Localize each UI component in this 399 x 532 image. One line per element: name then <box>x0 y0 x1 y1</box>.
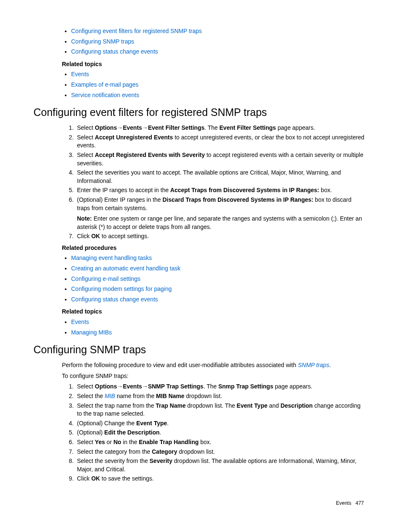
text: . The <box>205 124 220 131</box>
bold: OK <box>91 233 100 239</box>
related-topics-heading: Related topics <box>62 60 366 69</box>
link-events[interactable]: Events <box>71 71 89 77</box>
link-configuring-status-change[interactable]: Configuring status change events <box>71 48 158 55</box>
text: Select <box>77 152 95 158</box>
link-configuring-snmp-traps[interactable]: Configuring SNMP traps <box>71 38 134 45</box>
link-service-notification[interactable]: Service notification events <box>71 92 139 98</box>
bold: Description <box>281 402 313 409</box>
section1-related-topics-list: Events Managing MIBs <box>33 318 366 337</box>
step-2: Select Accept Unregistered Events to acc… <box>75 134 366 150</box>
text: or <box>105 439 113 445</box>
text: Select <box>77 383 95 390</box>
step-8: Select the severity from the Severity dr… <box>75 457 366 473</box>
event-filters-steps: Select Options→Events→Event Filter Setti… <box>33 124 366 241</box>
text: page appears. <box>273 383 312 390</box>
step-6: Select Yes or No in the Enable Trap Hand… <box>75 438 366 447</box>
bold: Severity <box>150 457 172 464</box>
list-item: Events <box>71 70 366 79</box>
list-item: Events <box>71 318 366 326</box>
bold: Discard Traps from Discovered Systems in… <box>162 196 313 203</box>
step-1: Select Options→Events→SNMP Trap Settings… <box>75 383 366 391</box>
text: box. <box>199 439 211 445</box>
top-related-topics-list: Events Examples of e-mail pages Service … <box>33 70 366 99</box>
list-item: Configuring event filters for registered… <box>71 27 366 36</box>
link-managing-event-tasks[interactable]: Managing event handling tasks <box>71 254 152 261</box>
bold: Event Filter Settings <box>220 124 276 131</box>
step-4: (Optional) Change the Event Type. <box>75 419 366 428</box>
text: Select <box>77 134 95 141</box>
bold: Enable Trap Handling <box>139 439 199 445</box>
arrow: → <box>117 124 123 131</box>
step-9: Click OK to save the settings. <box>75 475 366 483</box>
text: . <box>329 362 331 368</box>
footer-page-number: 477 <box>356 500 364 506</box>
link-configuring-status-change-2[interactable]: Configuring status change events <box>71 296 158 303</box>
text: Select the severity from the <box>77 457 150 464</box>
list-item: Configuring status change events <box>71 296 366 304</box>
link-creating-auto-task[interactable]: Creating an automatic event handling tas… <box>71 265 181 272</box>
link-configuring-modem[interactable]: Configuring modem settings for paging <box>71 285 171 292</box>
bold: Edit the Description <box>104 429 159 436</box>
arrow: → <box>117 383 123 390</box>
page-footer: Events 477 <box>33 500 366 507</box>
list-item: Managing event handling tasks <box>71 254 366 262</box>
bold: Yes <box>95 439 105 445</box>
text: to save the settings. <box>100 475 153 482</box>
bold: Options <box>95 124 117 131</box>
text: . <box>160 429 161 436</box>
bold: Snmp Trap Settings <box>218 383 273 390</box>
text: . <box>167 420 169 427</box>
text: Enter the IP ranges to accept in the <box>77 187 170 193</box>
bold: Category <box>152 448 177 455</box>
text: page appears. <box>276 124 315 131</box>
text: dropdown list. <box>177 448 215 455</box>
text: dropdown list. <box>184 393 222 399</box>
top-link-list: Configuring event filters for registered… <box>33 27 366 56</box>
arrow: → <box>142 383 148 390</box>
text: name from the <box>115 393 156 399</box>
step-5: Enter the IP ranges to accept in the Acc… <box>75 186 366 195</box>
list-item: Creating an automatic event handling tas… <box>71 265 366 273</box>
link-snmp-traps[interactable]: SNMP traps <box>298 362 329 368</box>
list-item: Managing MIBs <box>71 329 366 337</box>
link-examples-email[interactable]: Examples of e-mail pages <box>71 81 138 88</box>
text: to accept settings. <box>100 233 149 239</box>
step-6: (Optional) Enter IP ranges in the Discar… <box>75 196 366 231</box>
text: Select the trap name from the <box>77 402 156 409</box>
footer-section-label: Events <box>336 500 351 506</box>
list-item: Configuring e-mail settings <box>71 275 366 283</box>
text: Click <box>77 233 91 239</box>
bold: Note: <box>77 215 92 222</box>
link-mib[interactable]: MIB <box>105 393 115 399</box>
step-4: Select the severities you want to accept… <box>75 169 366 185</box>
step-3: Select the trap name from the Trap Name … <box>75 402 366 418</box>
text: box. <box>319 187 332 193</box>
link-managing-mibs[interactable]: Managing MIBs <box>71 329 112 336</box>
arrow: → <box>142 124 148 131</box>
bold: Trap Name <box>156 402 186 409</box>
step-3: Select Accept Registered Events with Sev… <box>75 151 366 167</box>
link-configuring-event-filters[interactable]: Configuring event filters for registered… <box>71 28 202 34</box>
link-events-2[interactable]: Events <box>71 319 89 325</box>
bold: No <box>113 439 121 445</box>
bold: MIB Name <box>156 393 184 399</box>
step-5: (Optional) Edit the Description. <box>75 429 366 437</box>
bold: OK <box>91 475 100 482</box>
text: dropdown list. The <box>186 402 237 409</box>
section-heading-event-filters: Configuring event filters for registered… <box>33 105 366 120</box>
text: Select <box>77 124 95 131</box>
text: . The <box>203 383 218 390</box>
text: (Optional) Change the <box>77 420 136 427</box>
step-2: Select the MIB name from the MIB Name dr… <box>75 392 366 401</box>
text: in the <box>121 439 139 445</box>
text: Select the category from the <box>77 448 152 455</box>
bold: Accept Unregistered Events <box>95 134 173 141</box>
text: Select the <box>77 393 105 399</box>
bold: Event Filter Settings <box>148 124 205 131</box>
step-1: Select Options→Events→Event Filter Setti… <box>75 124 366 132</box>
list-item: Configuring SNMP traps <box>71 38 366 46</box>
link-configuring-email[interactable]: Configuring e-mail settings <box>71 275 141 282</box>
section-heading-snmp-traps: Configuring SNMP traps <box>33 342 366 357</box>
text: Click <box>77 475 91 482</box>
snmp-traps-steps: Select Options→Events→SNMP Trap Settings… <box>33 383 366 483</box>
